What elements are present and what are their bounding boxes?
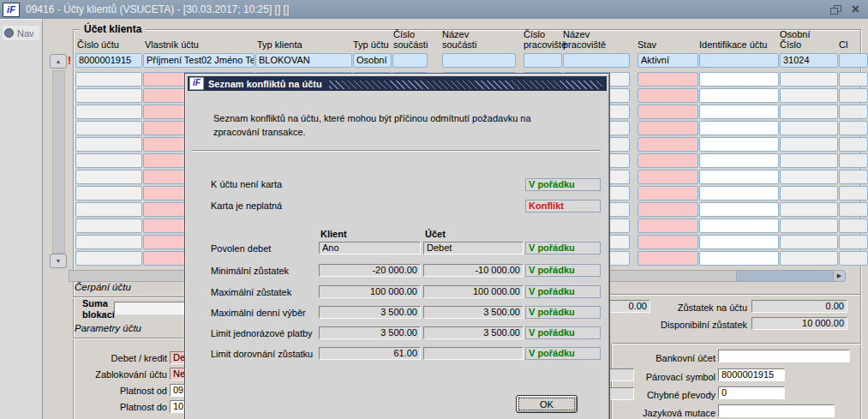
- table-cell[interactable]: [780, 218, 838, 233]
- table-cell[interactable]: [780, 251, 838, 266]
- bankovni-ucet-label: Bankovní účet: [637, 352, 715, 364]
- cell-cislo-pracoviste[interactable]: [524, 53, 562, 68]
- table-cell[interactable]: [699, 153, 779, 168]
- disponibilni-field[interactable]: 10 000.00: [751, 317, 847, 330]
- table-cell[interactable]: [699, 170, 779, 184]
- table-cell[interactable]: [75, 105, 142, 119]
- table-cell[interactable]: [75, 153, 142, 168]
- table-cell[interactable]: [699, 72, 779, 87]
- table-cell[interactable]: [839, 170, 868, 184]
- cell-vlastnik[interactable]: Příjmení Test02 Jméno Test: [143, 53, 254, 68]
- restore-window-icon[interactable]: [830, 5, 841, 15]
- cell-typ-uctu[interactable]: Osobní: [353, 53, 392, 68]
- parovaci-symbol-field[interactable]: 8000001915: [718, 368, 785, 381]
- table-row-selected[interactable]: 8000001915 Příjmení Test02 Jméno Test BL…: [0, 53, 868, 68]
- klient-value-field[interactable]: -20 000.00: [319, 264, 421, 277]
- table-cell[interactable]: [638, 218, 698, 233]
- cell-identifikace[interactable]: [699, 53, 779, 68]
- table-cell[interactable]: [839, 251, 868, 266]
- cell-cl[interactable]: [839, 53, 868, 68]
- table-cell[interactable]: [839, 137, 868, 152]
- table-cell[interactable]: [699, 105, 779, 119]
- jazykova-mutace-field[interactable]: [718, 404, 835, 417]
- table-cell[interactable]: [839, 218, 868, 233]
- table-cell[interactable]: [780, 235, 838, 249]
- ok-button[interactable]: OK: [516, 395, 578, 413]
- table-cell[interactable]: [75, 88, 142, 103]
- cell-cislo-soucasti[interactable]: [392, 53, 428, 68]
- table-cell[interactable]: [839, 105, 868, 119]
- table-cell[interactable]: [839, 202, 868, 217]
- table-cell[interactable]: [638, 170, 698, 184]
- table-cell[interactable]: [839, 88, 868, 103]
- table-cell[interactable]: [780, 72, 838, 87]
- cell-nazev-soucasti[interactable]: [442, 53, 516, 68]
- zustatek-field[interactable]: 0.00: [751, 300, 847, 313]
- table-cell[interactable]: [638, 137, 698, 152]
- table-cell[interactable]: [699, 88, 779, 103]
- table-cell[interactable]: [839, 235, 868, 249]
- klient-value-field[interactable]: 3 500.00: [319, 306, 421, 319]
- table-cell[interactable]: [638, 153, 698, 168]
- table-cell[interactable]: [75, 251, 142, 266]
- table-cell[interactable]: [638, 186, 698, 201]
- table-cell[interactable]: [780, 121, 838, 135]
- table-cell[interactable]: [839, 153, 868, 168]
- table-cell[interactable]: [780, 153, 838, 168]
- table-cell[interactable]: [780, 137, 838, 152]
- ucet-value-field[interactable]: -10 000.00: [423, 264, 524, 277]
- table-cell[interactable]: [699, 137, 779, 152]
- table-cell[interactable]: [638, 121, 698, 135]
- ucet-value-field[interactable]: [423, 347, 524, 360]
- ucet-value-field[interactable]: 100 000.00: [423, 285, 524, 298]
- table-cell[interactable]: [75, 235, 142, 249]
- h-scroll-right-button[interactable]: ▶: [833, 270, 846, 282]
- dialog-titlebar[interactable]: iF Seznam konfliktů na účtu: [188, 76, 607, 91]
- table-cell[interactable]: [780, 186, 838, 201]
- table-cell[interactable]: [780, 105, 838, 119]
- table-cell[interactable]: [699, 251, 779, 266]
- table-cell[interactable]: [699, 202, 779, 217]
- conflict-row-label: Maximální zůstatek: [211, 286, 319, 298]
- table-cell[interactable]: [638, 72, 698, 87]
- cell-typ-klienta[interactable]: BLOKOVAN: [255, 53, 352, 68]
- window-titlebar[interactable]: iF 09416 - Účty klientů (VSUCETA) - [30.…: [0, 0, 868, 19]
- klient-value-field[interactable]: 3 500.00: [319, 326, 421, 339]
- table-cell[interactable]: [780, 88, 838, 103]
- cell-cislo-uctu[interactable]: 8000001915: [75, 53, 142, 68]
- table-cell[interactable]: [75, 137, 142, 152]
- table-cell[interactable]: [839, 72, 868, 87]
- table-cell[interactable]: [638, 88, 698, 103]
- ucet-value-field[interactable]: Debet: [423, 242, 524, 254]
- table-cell[interactable]: [75, 170, 142, 184]
- bankovni-ucet-field[interactable]: [718, 350, 850, 362]
- klient-value-field[interactable]: 61.00: [319, 347, 421, 360]
- cell-osobni-cislo[interactable]: 31024: [780, 53, 838, 68]
- table-cell[interactable]: [75, 202, 142, 217]
- table-cell[interactable]: [699, 186, 779, 201]
- table-cell[interactable]: [780, 170, 838, 184]
- chybne-prevody-field[interactable]: 0: [718, 386, 785, 399]
- nav-button[interactable]: Nav: [3, 26, 39, 40]
- ucet-value-field[interactable]: 3 500.00: [423, 326, 524, 339]
- table-cell[interactable]: [780, 202, 838, 217]
- ucet-value-field[interactable]: 3 500.00: [423, 306, 524, 319]
- table-cell[interactable]: [75, 218, 142, 233]
- table-cell[interactable]: [699, 218, 779, 233]
- table-cell[interactable]: [839, 121, 868, 135]
- cell-stav[interactable]: Aktivní: [638, 53, 698, 68]
- table-cell[interactable]: [75, 72, 142, 87]
- cell-nazev-pracoviste[interactable]: [563, 53, 630, 68]
- table-cell[interactable]: [699, 235, 779, 249]
- table-cell[interactable]: [75, 121, 142, 135]
- table-cell[interactable]: [839, 186, 868, 201]
- close-window-icon[interactable]: ×: [852, 3, 859, 16]
- table-cell[interactable]: [75, 186, 142, 201]
- table-cell[interactable]: [638, 105, 698, 119]
- table-cell[interactable]: [638, 251, 698, 266]
- klient-value-field[interactable]: 100 000.00: [319, 285, 421, 298]
- table-cell[interactable]: [638, 235, 698, 249]
- table-cell[interactable]: [638, 202, 698, 217]
- table-cell[interactable]: [699, 121, 779, 135]
- klient-value-field[interactable]: Ano: [319, 242, 421, 254]
